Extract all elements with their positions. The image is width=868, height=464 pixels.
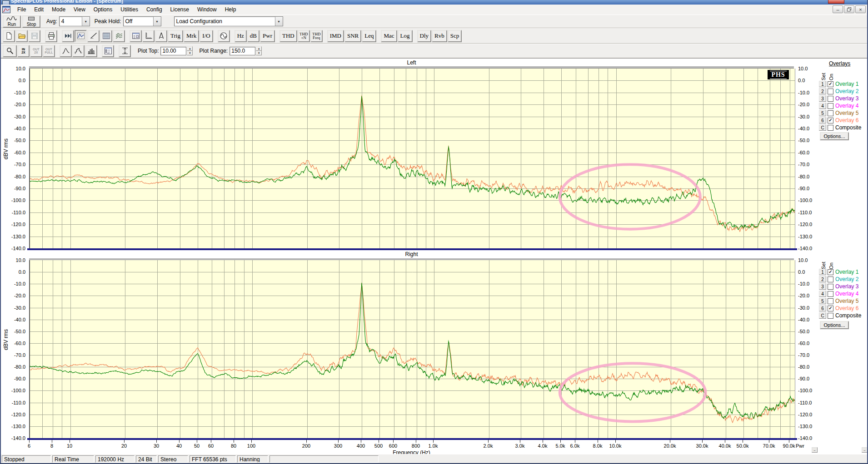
peak-curve-button[interactable] [60,45,72,57]
phase-view-button[interactable] [87,30,100,42]
overlay-options-button[interactable]: Options... [820,132,849,140]
save-button[interactable] [28,30,40,42]
peak-hold-select[interactable]: Off ▼ [123,16,161,26]
overlay-set-button-4[interactable]: 4 [819,103,826,109]
waterfall-view-button[interactable] [113,30,125,42]
spin-down-icon[interactable]: ▼ [187,51,193,55]
menu-window[interactable]: Window [193,5,221,14]
menu-mode[interactable]: Mode [48,5,70,14]
reverb-button[interactable]: Rvb [432,30,447,42]
mixer-button[interactable] [130,30,142,42]
overlay-set-button-6[interactable]: 6 [819,305,826,311]
plot-scroll-button[interactable]: – [812,447,818,453]
snr-button[interactable]: SNR [344,30,361,42]
overlay-on-checkbox-6[interactable]: ✓ [828,118,833,123]
overlay-set-button-C[interactable]: C [819,124,826,131]
zoom-button[interactable] [3,45,17,57]
new-file-button[interactable] [3,30,15,42]
display-settings-button[interactable] [102,45,114,57]
overlay-on-checkbox-4[interactable] [828,103,833,109]
menu-config[interactable]: Config [142,5,166,14]
left-channel-plot[interactable] [29,69,795,248]
overlay-on-checkbox-3[interactable] [828,284,833,290]
close-icon[interactable] [828,0,844,4]
load-configuration-select[interactable]: Load Configuration ▼ [174,16,283,26]
spin-down-icon[interactable]: ▼ [256,51,262,55]
menu-view[interactable]: View [70,5,90,14]
chevron-down-icon[interactable]: ▼ [153,17,161,26]
close-window-button[interactable]: × [855,5,866,13]
db-button[interactable]: dB [247,30,259,42]
markers-button[interactable]: Mrk [184,30,199,42]
overlay-on-checkbox-1[interactable]: ✓ [828,269,833,275]
zoom-out-full-button[interactable]: OUTFULL [43,45,55,57]
imd-button[interactable]: IMD [327,30,344,42]
measure-button[interactable] [155,30,167,42]
stop-button[interactable]: Stop [22,15,40,28]
calibration-button[interactable] [142,30,155,42]
overlay-on-checkbox-4[interactable] [828,291,833,297]
plot-range-button[interactable] [119,45,131,57]
step-curve-button[interactable] [72,45,85,57]
plot-scroll-button[interactable]: – [862,447,868,453]
overlay-set-button-1[interactable]: 1 [819,81,826,87]
overlay-on-checkbox-3[interactable] [828,96,833,102]
macro-button[interactable]: Mac [381,30,397,42]
delay-button[interactable]: Dly [417,30,432,42]
overlay-on-checkbox-5[interactable] [828,110,833,116]
overlay-on-checkbox-C[interactable] [828,125,833,131]
menu-edit[interactable]: Edit [30,5,48,14]
spectrum-view-button[interactable] [75,30,87,42]
overlay-on-checkbox-2[interactable] [828,276,833,282]
menu-license[interactable]: License [166,5,193,14]
zoom-out-2x-button[interactable]: OUT2X [30,45,42,57]
process-button[interactable] [62,30,74,42]
overlay-set-button-5[interactable]: 5 [819,110,826,116]
overlay-set-button-3[interactable]: 3 [819,283,826,290]
overlay-set-button-3[interactable]: 3 [819,95,826,102]
overlay-options-button[interactable]: Options... [820,321,849,329]
right-channel-plot[interactable] [29,260,795,438]
overlay-set-button-6[interactable]: 6 [819,117,826,123]
logging-button[interactable]: Log [398,30,413,42]
overlay-set-button-C[interactable]: C [819,312,826,319]
pwr-button[interactable]: Pwr [260,30,275,42]
hz-button[interactable]: Hz [234,30,247,42]
overlay-set-button-1[interactable]: 1 [819,269,826,275]
scope-button[interactable]: Scp [448,30,462,42]
plot-range-input[interactable] [229,47,255,55]
trigger-button[interactable]: Trig [168,30,183,42]
leq-button[interactable]: Leq [362,30,376,42]
spin-up-icon[interactable]: ▲ [187,46,193,51]
menu-utilities[interactable]: Utilities [116,5,142,14]
overlay-on-checkbox-C[interactable] [828,313,833,319]
overlay-set-button-5[interactable]: 5 [819,298,826,304]
print-button[interactable] [45,30,57,42]
overlay-on-checkbox-6[interactable]: ✓ [828,306,833,311]
zoom-in-2x-button[interactable]: IN2X [17,45,30,57]
menu-options[interactable]: Options [90,5,116,14]
overlay-set-button-2[interactable]: 2 [819,88,826,94]
chevron-down-icon[interactable]: ▼ [275,17,283,26]
generator-button[interactable] [218,30,230,42]
spin-up-icon[interactable]: ▲ [256,46,262,51]
thd-freq-button[interactable]: THDFreq [310,30,323,42]
overlay-set-button-4[interactable]: 4 [819,291,826,297]
thd-button[interactable]: THD [279,30,297,42]
plot-top-input[interactable] [160,47,186,55]
menu-help[interactable]: Help [221,5,240,14]
overlay-on-checkbox-5[interactable] [828,298,833,304]
minimize-button[interactable]: – [833,5,843,13]
run-button[interactable]: Run [3,15,21,28]
chevron-down-icon[interactable]: ▼ [82,17,90,26]
overlay-on-checkbox-2[interactable] [828,89,833,94]
menu-file[interactable]: File [13,5,30,14]
restore-button[interactable] [844,5,854,13]
spectrogram-view-button[interactable] [100,30,112,42]
bar-graph-button[interactable] [85,45,97,57]
open-button[interactable] [15,30,28,42]
overlay-on-checkbox-1[interactable]: ✓ [828,81,833,87]
overlay-set-button-2[interactable]: 2 [819,276,826,282]
io-button[interactable]: I/O [200,30,213,42]
avg-select[interactable]: 4 ▼ [59,16,90,26]
